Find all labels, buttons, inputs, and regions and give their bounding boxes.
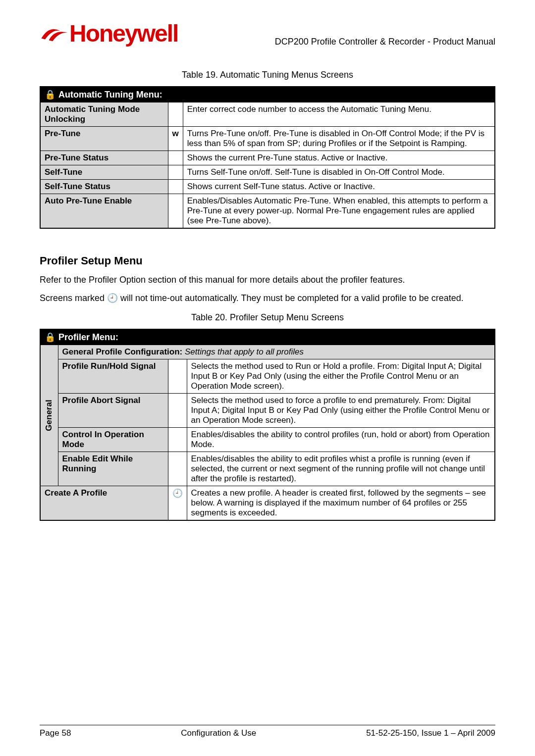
row-desc: Enables/disables the ability to edit pro… — [187, 452, 495, 486]
category-cell: General — [40, 345, 58, 486]
row-mid — [168, 359, 187, 394]
table-row: Automatic Tuning Mode Unlocking Enter co… — [40, 102, 495, 127]
row-name: Profile Abort Signal — [58, 394, 168, 428]
profiler-menu-table: 🔒Profiler Menu: General General Profile … — [40, 329, 495, 521]
subheader-row: General General Profile Configuration: S… — [40, 345, 495, 359]
table19-title: Automatic Tuning Menu: — [58, 90, 162, 100]
para2-a: Screens marked — [40, 293, 107, 303]
row-mid: w — [168, 127, 183, 151]
subhead-bold: General Profile Configuration: — [62, 347, 183, 356]
row-name: Self-Tune — [40, 165, 168, 180]
row-name: Pre-Tune — [40, 127, 168, 151]
page: Honeywell DCP200 Profile Controller & Re… — [0, 0, 535, 756]
row-mid — [168, 151, 183, 165]
row-desc: Selects the method used to force a profi… — [187, 394, 495, 428]
table-row: Self-Tune Turns Self-Tune on/off. Self-T… — [40, 165, 495, 180]
row-name: Create A Profile — [40, 486, 168, 521]
row-desc: Shows current Self-Tune status. Active o… — [183, 180, 495, 194]
profiler-para2: Screens marked 🕘 will not time-out autom… — [40, 293, 495, 304]
table-row: Self-Tune Status Shows current Self-Tune… — [40, 180, 495, 194]
clock-icon: 🕘 — [168, 486, 187, 521]
row-desc: Shows the current Pre-Tune status. Activ… — [183, 151, 495, 165]
profiler-para1: Refer to the Profiler Option section of … — [40, 274, 495, 286]
table-header-row: 🔒Profiler Menu: — [40, 329, 495, 345]
lock-icon: 🔒 — [45, 332, 55, 342]
row-name: Enable Edit While Running — [58, 452, 168, 486]
row-desc: Enter correct code number to access the … — [183, 102, 495, 127]
table20-title: Profiler Menu: — [58, 332, 118, 342]
table-row: Pre-Tune Status Shows the current Pre-Tu… — [40, 151, 495, 165]
row-mid — [168, 452, 187, 486]
table19-caption: Table 19. Automatic Tuning Menus Screens — [40, 70, 495, 80]
row-name: Pre-Tune Status — [40, 151, 168, 165]
lock-icon: 🔒 — [45, 90, 55, 100]
table-row: Pre-Tune w Turns Pre-Tune on/off. Pre-Tu… — [40, 127, 495, 151]
footer-center: Configuration & Use — [181, 728, 256, 738]
row-desc: Creates a new profile. A header is creat… — [187, 486, 495, 521]
logo-swoosh-icon — [40, 24, 69, 43]
row-mid — [168, 428, 187, 452]
row-mid — [168, 394, 187, 428]
footer-right: 51-52-25-150, Issue 1 – April 2009 — [366, 728, 495, 738]
category-label: General — [44, 400, 54, 431]
row-desc: Selects the method used to Run or Hold a… — [187, 359, 495, 394]
table-row: Enable Edit While Running Enables/disabl… — [40, 452, 495, 486]
row-name: Auto Pre-Tune Enable — [40, 194, 168, 229]
brand-logo: Honeywell — [40, 20, 178, 47]
row-mid — [168, 165, 183, 180]
row-mid — [168, 180, 183, 194]
logo-text: Honeywell — [69, 20, 178, 47]
footer-left: Page 58 — [40, 728, 71, 738]
table-row: Profile Run/Hold Signal Selects the meth… — [40, 359, 495, 394]
subhead-italic: Settings that apply to all profiles — [182, 347, 304, 356]
row-desc: Enables/disables the ability to control … — [187, 428, 495, 452]
para2-b: will not time-out automatically. They mu… — [118, 293, 464, 303]
doc-title: DCP200 Profile Controller & Recorder - P… — [275, 37, 495, 47]
row-desc: Enables/Disables Automatic Pre-Tune. Whe… — [183, 194, 495, 229]
row-name: Control In Operation Mode — [58, 428, 168, 452]
profiler-heading: Profiler Setup Menu — [40, 254, 495, 267]
table20-caption: Table 20. Profiler Setup Menu Screens — [40, 312, 495, 323]
row-mid — [168, 194, 183, 229]
page-header: Honeywell DCP200 Profile Controller & Re… — [40, 20, 495, 47]
automatic-tuning-table: 🔒Automatic Tuning Menu: Automatic Tuning… — [40, 86, 495, 229]
row-mid — [168, 102, 183, 127]
table-row: Auto Pre-Tune Enable Enables/Disables Au… — [40, 194, 495, 229]
page-footer: Page 58 Configuration & Use 51-52-25-150… — [40, 725, 495, 738]
table-row: Control In Operation Mode Enables/disabl… — [40, 428, 495, 452]
row-desc: Turns Pre-Tune on/off. Pre-Tune is disab… — [183, 127, 495, 151]
create-profile-row: Create A Profile 🕘 Creates a new profile… — [40, 486, 495, 521]
table-row: Profile Abort Signal Selects the method … — [40, 394, 495, 428]
row-name: Self-Tune Status — [40, 180, 168, 194]
row-name: Automatic Tuning Mode Unlocking — [40, 102, 168, 127]
clock-icon: 🕘 — [107, 293, 118, 303]
row-name: Profile Run/Hold Signal — [58, 359, 168, 394]
table-header-row: 🔒Automatic Tuning Menu: — [40, 87, 495, 102]
row-desc: Turns Self-Tune on/off. Self-Tune is dis… — [183, 165, 495, 180]
